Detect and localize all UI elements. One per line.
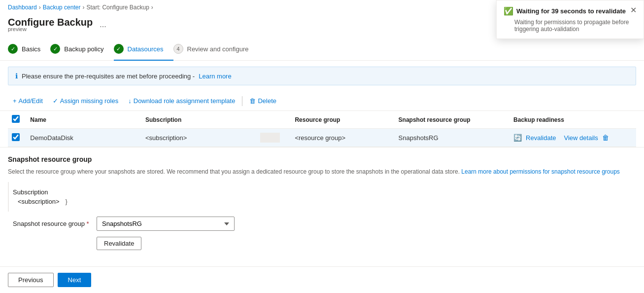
panel-learn-more-link[interactable]: Learn more about permissions for snapsho… (461, 168, 620, 175)
subscription-label: Subscription (13, 188, 68, 196)
revalidate-btn-wrapper: Revalidate (97, 237, 636, 250)
row-checkbox-cell (8, 129, 26, 147)
snapshot-rg-label: Snapshot resource group * (13, 220, 97, 227)
step-datasources-label: Datasources (128, 45, 164, 53)
assign-roles-label: Assign missing roles (60, 97, 119, 105)
row-backup-readiness-cell: 🔄 Revalidate View details 🗑 (509, 129, 636, 147)
col-header-rg-placeholder (256, 111, 291, 129)
table-header-row: Name Subscription Resource group Snapsho… (8, 111, 636, 129)
toolbar-separator (242, 96, 242, 106)
info-icon: ℹ (15, 72, 18, 80)
toolbar: + Add/Edit ✓ Assign missing roles ↓ Down… (0, 91, 644, 111)
view-details-link[interactable]: View details (564, 134, 598, 142)
subscription-row: Subscription <subscription> } (8, 182, 636, 212)
row-rg-placeholder-cell (256, 129, 291, 147)
notification-close-button[interactable]: ✕ (630, 6, 637, 14)
download-label: Download role assignment template (134, 97, 236, 105)
step-datasources[interactable]: ✓ Datasources (114, 38, 173, 61)
snapshot-rg-panel: Snapshot resource group Select the resou… (0, 147, 644, 258)
steps-bar: ✓ Basics ✓ Backup policy ✓ Datasources 4… (0, 38, 644, 61)
step-backup-policy-label: Backup policy (64, 45, 103, 53)
row-subscription-cell: <subscription> (141, 129, 257, 147)
info-text: Please ensure the pre-requisites are met… (22, 73, 195, 80)
breadcrumb-current: Start: Configure Backup (86, 4, 149, 11)
notification-body: Waiting for permissions to propagate bef… (504, 19, 637, 33)
trash-icon: 🗑 (249, 97, 256, 105)
col-header-checkbox (8, 111, 26, 129)
select-all-checkbox[interactable] (12, 115, 20, 123)
subscription-value: <subscription> (18, 198, 60, 205)
notification-header: ✅ Waiting for 39 seconds to revalidate ✕ (504, 6, 637, 16)
add-edit-label: Add/Edit (19, 97, 43, 105)
notification-title: Waiting for 39 seconds to revalidate (516, 7, 626, 15)
row-resource-group-cell: <resource group> (291, 129, 394, 147)
step-backup-policy-icon: ✓ (50, 44, 60, 54)
datasources-table: Name Subscription Resource group Snapsho… (8, 111, 636, 147)
next-button[interactable]: Next (58, 273, 92, 287)
row-name-cell: DemoDataDisk (26, 129, 141, 147)
learn-more-link[interactable]: Learn more (199, 73, 231, 80)
page-wrapper: Dashboard › Backup center › Start: Confi… (0, 0, 644, 293)
table-wrapper: Name Subscription Resource group Snapsho… (0, 111, 644, 147)
step-review-label: Review and configure (187, 45, 249, 53)
table-row: DemoDataDisk <subscription> <resource gr… (8, 129, 636, 147)
delete-label: Delete (258, 97, 276, 105)
step-basics-label: Basics (22, 45, 40, 53)
col-header-resource-group: Resource group (291, 111, 394, 129)
col-header-name: Name (26, 111, 141, 129)
subscription-arrow: } (66, 198, 68, 205)
snapshot-rg-dropdown[interactable]: SnapshotsRG (97, 217, 235, 231)
col-header-snapshot-rg: Snapshot resource group (395, 111, 510, 129)
step-review-icon: 4 (173, 44, 183, 54)
step-basics[interactable]: ✓ Basics (8, 38, 50, 61)
previous-button[interactable]: Previous (8, 273, 54, 287)
add-edit-button[interactable]: + Add/Edit (8, 95, 48, 107)
breadcrumb-backup-center[interactable]: Backup center (43, 4, 81, 11)
panel-description: Select the resource group where your sna… (8, 167, 636, 176)
ellipsis-button[interactable]: ... (97, 19, 109, 30)
col-header-backup-readiness: Backup readiness (509, 111, 636, 129)
row-delete-icon[interactable]: 🗑 (602, 134, 609, 142)
page-footer: Previous Next (0, 266, 644, 293)
snapshot-rg-row: Snapshot resource group * SnapshotsRG (13, 217, 636, 231)
revalidate-button[interactable]: Revalidate (97, 237, 141, 250)
step-review[interactable]: 4 Review and configure (173, 38, 259, 61)
row-snapshot-rg-cell: SnapshotsRG (395, 129, 510, 147)
notification-popup: ✅ Waiting for 39 seconds to revalidate ✕… (496, 0, 644, 39)
step-datasources-icon: ✓ (114, 44, 124, 54)
col-header-subscription: Subscription (141, 111, 257, 129)
panel-title: Snapshot resource group (8, 155, 636, 163)
info-bar: ℹ Please ensure the pre-requisites are m… (8, 67, 636, 85)
revalidate-link[interactable]: Revalidate (526, 134, 556, 142)
row-checkbox[interactable] (12, 133, 20, 141)
delete-button[interactable]: 🗑 Delete (244, 95, 281, 107)
download-icon: ↓ (128, 97, 132, 105)
step-basics-icon: ✓ (8, 44, 18, 54)
checkmark-icon: ✓ (53, 97, 58, 105)
breadcrumb-dashboard[interactable]: Dashboard (8, 4, 37, 11)
revalidate-spinner-icon: 🔄 (513, 134, 522, 142)
step-backup-policy[interactable]: ✓ Backup policy (50, 38, 113, 61)
download-template-button[interactable]: ↓ Download role assignment template (123, 95, 240, 107)
notification-check-icon: ✅ (504, 6, 513, 16)
assign-roles-button[interactable]: ✓ Assign missing roles (48, 95, 124, 107)
add-icon: + (13, 97, 17, 105)
